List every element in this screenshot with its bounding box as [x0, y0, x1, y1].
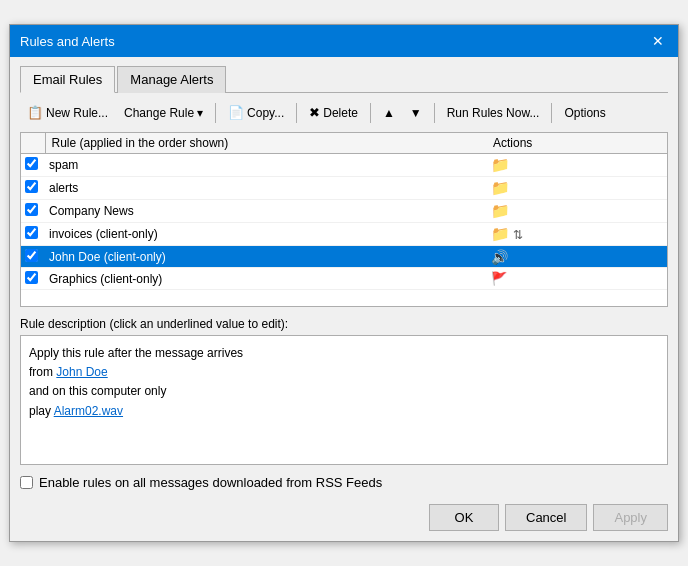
- folder-icon: 📁: [491, 179, 510, 196]
- rule-actions: 📁: [487, 154, 667, 177]
- table-row[interactable]: Company News📁: [21, 200, 667, 223]
- rule-name: invoices (client-only): [45, 223, 487, 246]
- description-box: Apply this rule after the message arrive…: [20, 335, 668, 465]
- col-rule-header: Rule (applied in the order shown): [45, 133, 487, 154]
- speaker-icon: 🔊: [491, 249, 508, 265]
- separator-3: [370, 103, 371, 123]
- john-doe-link[interactable]: John Doe: [56, 365, 107, 379]
- move-down-button[interactable]: ▼: [403, 102, 429, 124]
- folder-icon: 📁: [491, 156, 510, 173]
- tab-email-rules[interactable]: Email Rules: [20, 66, 115, 93]
- rule-name: Company News: [45, 200, 487, 223]
- delete-icon: ✖: [309, 105, 320, 120]
- apply-button[interactable]: Apply: [593, 504, 668, 531]
- separator-2: [296, 103, 297, 123]
- col-check-header: [21, 133, 45, 154]
- table-row[interactable]: spam📁: [21, 154, 667, 177]
- options-button[interactable]: Options: [557, 102, 612, 124]
- rules-table: Rule (applied in the order shown) Action…: [21, 133, 667, 290]
- rule-checkbox[interactable]: [25, 157, 38, 170]
- rule-checkbox[interactable]: [25, 249, 38, 262]
- desc-line2: from John Doe: [29, 363, 659, 382]
- table-row[interactable]: invoices (client-only)📁 ⇅: [21, 223, 667, 246]
- ok-button[interactable]: OK: [429, 504, 499, 531]
- rule-checkbox[interactable]: [25, 180, 38, 193]
- rule-actions: 🚩: [487, 268, 667, 290]
- separator-5: [551, 103, 552, 123]
- change-rule-button[interactable]: Change Rule ▾: [117, 102, 210, 124]
- new-rule-icon: 📋: [27, 105, 43, 120]
- rule-name: Graphics (client-only): [45, 268, 487, 290]
- desc-line1: Apply this rule after the message arrive…: [29, 344, 659, 363]
- move-buttons: ▲ ▼: [376, 102, 429, 124]
- rss-label[interactable]: Enable rules on all messages downloaded …: [39, 475, 382, 490]
- dialog-content: Email Rules Manage Alerts 📋 New Rule... …: [10, 57, 678, 541]
- rule-actions: 📁: [487, 200, 667, 223]
- rule-actions: 📁 ⇅: [487, 223, 667, 246]
- cancel-button[interactable]: Cancel: [505, 504, 587, 531]
- button-row: OK Cancel Apply: [20, 504, 668, 531]
- change-rule-dropdown-icon: ▾: [197, 106, 203, 120]
- rules-and-alerts-dialog: Rules and Alerts ✕ Email Rules Manage Al…: [9, 24, 679, 542]
- desc-line3: and on this computer only: [29, 382, 659, 401]
- sort-icon: ⇅: [513, 228, 523, 242]
- folder-icon: 📁: [491, 202, 510, 219]
- rule-name: John Doe (client-only): [45, 246, 487, 268]
- move-up-button[interactable]: ▲: [376, 102, 402, 124]
- tabs-container: Email Rules Manage Alerts: [20, 65, 668, 93]
- rss-checkbox[interactable]: [20, 476, 33, 489]
- rule-actions: 🔊: [487, 246, 667, 268]
- rss-row: Enable rules on all messages downloaded …: [20, 475, 668, 490]
- rule-name: spam: [45, 154, 487, 177]
- rule-checkbox[interactable]: [25, 271, 38, 284]
- run-rules-now-button[interactable]: Run Rules Now...: [440, 102, 547, 124]
- copy-button[interactable]: 📄 Copy...: [221, 101, 291, 124]
- rule-name: alerts: [45, 177, 487, 200]
- separator-1: [215, 103, 216, 123]
- rule-checkbox[interactable]: [25, 226, 38, 239]
- rules-table-container: Rule (applied in the order shown) Action…: [20, 132, 668, 307]
- desc-line4: play Alarm02.wav: [29, 402, 659, 421]
- rule-actions: 📁: [487, 177, 667, 200]
- copy-icon: 📄: [228, 105, 244, 120]
- flag-icon: 🚩: [491, 271, 507, 286]
- separator-4: [434, 103, 435, 123]
- rule-checkbox[interactable]: [25, 203, 38, 216]
- alarm-wav-link[interactable]: Alarm02.wav: [54, 404, 123, 418]
- table-row[interactable]: Graphics (client-only)🚩: [21, 268, 667, 290]
- description-label: Rule description (click an underlined va…: [20, 317, 668, 331]
- close-button[interactable]: ✕: [648, 31, 668, 51]
- delete-button[interactable]: ✖ Delete: [302, 101, 365, 124]
- folder-icon: 📁: [491, 225, 510, 242]
- title-bar: Rules and Alerts ✕: [10, 25, 678, 57]
- tab-manage-alerts[interactable]: Manage Alerts: [117, 66, 226, 93]
- table-row[interactable]: alerts📁: [21, 177, 667, 200]
- col-actions-header: Actions: [487, 133, 667, 154]
- table-row[interactable]: John Doe (client-only)🔊: [21, 246, 667, 268]
- dialog-title: Rules and Alerts: [20, 34, 115, 49]
- toolbar: 📋 New Rule... Change Rule ▾ 📄 Copy... ✖ …: [20, 101, 668, 124]
- new-rule-button[interactable]: 📋 New Rule...: [20, 101, 115, 124]
